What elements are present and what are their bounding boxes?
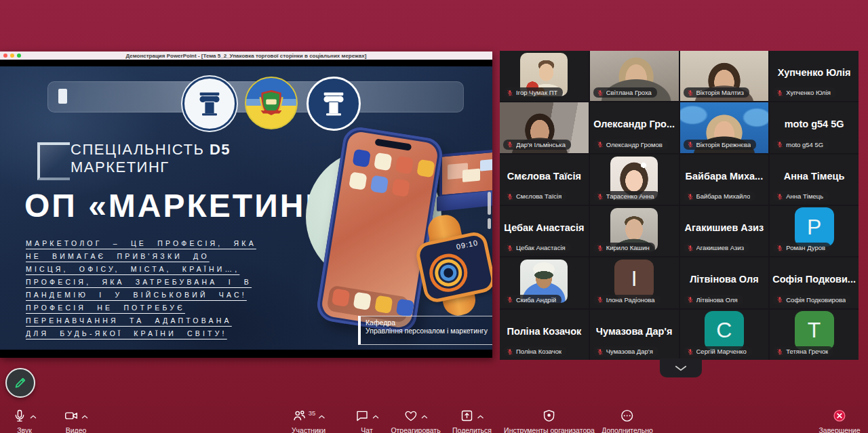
- participant-avatar: Р: [795, 207, 834, 247]
- participant-tile[interactable]: Цебак АнастасіяЦебак Анастасія: [500, 206, 589, 256]
- participant-tile[interactable]: Чумазова Дар'яЧумазова Дар'я: [590, 310, 679, 360]
- program-title: ОП «МАРКЕТИНГ»: [24, 187, 344, 224]
- participant-name: Кирило Кашин: [606, 244, 650, 251]
- participant-tile[interactable]: Байбара Миха...Байбара Михайло: [680, 154, 769, 205]
- chevron-up-icon[interactable]: [319, 415, 325, 419]
- participant-tile[interactable]: Дар'я Ільмінська: [500, 102, 589, 152]
- meeting-toolbar: ЗвукВидео35УчастникиЧатОтреагироватьПоде…: [0, 400, 868, 433]
- participant-name: Ігор Чумак ПТ: [516, 89, 557, 96]
- participant-name: Чумазова Дар'я: [606, 348, 653, 355]
- muted-mic-icon: [597, 193, 604, 200]
- participant-name: Літвінова Оля: [696, 296, 738, 304]
- participant-tile[interactable]: Світлана Гроха: [590, 51, 679, 101]
- window-titlebar: Демонстрация PowerPoint - [Тема 5_2_Упак…: [0, 51, 492, 60]
- participant-tile[interactable]: Скиба Андрій: [500, 257, 589, 308]
- toolbar-button-label: Инструменты организатора: [504, 426, 595, 433]
- participant-tile[interactable]: Поліна КозачокПоліна Козачок: [500, 310, 589, 360]
- audio-button[interactable]: Звук: [13, 409, 37, 433]
- participant-name: moto g54 5G: [786, 141, 823, 148]
- participant-tile[interactable]: Кирило Кашин: [590, 206, 679, 256]
- muted-mic-icon: [687, 193, 694, 200]
- minimize-window-icon[interactable]: [10, 54, 14, 58]
- toolbar-button-label: Поделиться: [452, 426, 492, 433]
- participants-button[interactable]: 35Участники: [292, 409, 326, 433]
- department-label: Кафедра: [366, 318, 492, 327]
- scrollbar-thumb[interactable]: [488, 192, 491, 215]
- toolbar-button-label: Чат: [355, 426, 379, 433]
- participant-name-label: Чумазова Дар'я: [593, 346, 658, 356]
- participant-tile[interactable]: Тарасенко Анна: [590, 154, 679, 205]
- react-button[interactable]: Отреагировать: [391, 409, 440, 433]
- department-box: Кафедра Управління персоналом і маркетин…: [358, 316, 492, 345]
- participant-tile[interactable]: ТТетяна Гречок: [770, 310, 859, 360]
- participant-name: Скиба Андрій: [516, 296, 556, 304]
- participant-name-label: Поліна Козачок: [503, 346, 567, 356]
- end-button[interactable]: Завершение: [818, 409, 860, 433]
- banner-chip: [58, 89, 67, 104]
- participant-tile[interactable]: Смєлова ТаїсіяСмєлова Таїсія: [500, 154, 589, 205]
- znu-white-column-logo: [182, 77, 237, 131]
- participant-tile[interactable]: Вікторія Малтиз: [680, 51, 769, 101]
- participant-tile[interactable]: Анна ТімецьАнна Тімець: [770, 154, 859, 205]
- participant-name-label: Цебак Анастасія: [503, 243, 571, 253]
- camera-icon: [64, 409, 79, 426]
- muted-mic-icon: [507, 348, 513, 355]
- participant-tile[interactable]: Агакишиев АзизАгакишиев Азиз: [680, 206, 769, 256]
- annotation-pencil-button[interactable]: [5, 368, 35, 398]
- participant-tile[interactable]: РРоман Дуров: [770, 206, 859, 256]
- share-button[interactable]: Поделиться: [452, 409, 492, 433]
- muted-mic-icon: [687, 245, 694, 251]
- toolbar-button-label: Участники: [292, 426, 326, 433]
- participant-name-label: Байбара Михайло: [684, 191, 756, 201]
- muted-mic-icon: [776, 193, 783, 200]
- participant-avatar: С: [705, 311, 744, 350]
- chevron-up-icon[interactable]: [31, 415, 37, 419]
- participant-tile[interactable]: Олександр Гро...Олександр Громов: [590, 102, 679, 152]
- participants-grid: Ігор Чумак ПТСвітлана ГрохаВікторія Малт…: [500, 51, 859, 360]
- host-tools-button[interactable]: Инструменты организатора: [504, 409, 595, 433]
- participant-name-label: moto g54 5G: [773, 140, 829, 150]
- chat-button[interactable]: Чат: [355, 409, 379, 433]
- muted-mic-icon: [687, 89, 694, 96]
- ellipsis-icon: [620, 409, 634, 426]
- chevron-up-icon[interactable]: [373, 415, 379, 419]
- slide-body-line: ПРОФЕСІЯ, ЯКА ЗАТРЕБУВАНА І В: [26, 276, 311, 289]
- participant-name: Олександр Громов: [606, 141, 663, 148]
- participant-tile[interactable]: ССергій Марченко: [680, 310, 769, 360]
- scroll-participants-down-button[interactable]: [660, 358, 702, 377]
- zoom-window-icon[interactable]: [17, 54, 21, 58]
- participant-name-label: Смєлова Таїсія: [503, 191, 567, 201]
- scrollbar-thumb[interactable]: [488, 218, 491, 229]
- video-button[interactable]: Видео: [64, 409, 88, 433]
- participant-name-label: Тарасенко Анна: [593, 191, 660, 201]
- muted-mic-icon: [776, 348, 783, 355]
- powerpoint-share-window: Демонстрация PowerPoint - [Тема 5_2_Упак…: [0, 51, 492, 358]
- chevron-up-icon[interactable]: [477, 415, 484, 419]
- participant-name: Хупченко Юлія: [786, 89, 831, 96]
- department-name: Управління персоналом і маркетингу: [366, 327, 492, 335]
- muted-mic-icon: [507, 141, 513, 148]
- more-button[interactable]: Дополнительно: [601, 409, 653, 433]
- chevron-down-icon: [675, 365, 687, 371]
- participant-tile[interactable]: Софія Подкови...Софія Подковирова: [770, 257, 859, 308]
- participant-tile[interactable]: Хупченко ЮліяХупченко Юлія: [770, 51, 859, 101]
- muted-mic-icon: [776, 89, 783, 96]
- participants-count-badge: 35: [309, 409, 316, 417]
- toolbar-button-label: Звук: [13, 426, 37, 433]
- participant-tile[interactable]: Вікторія Брежнєва: [680, 102, 769, 152]
- participant-name-label: Хупченко Юлія: [773, 87, 836, 98]
- chevron-up-icon[interactable]: [422, 415, 428, 419]
- participant-name-label: Літвінова Оля: [684, 295, 743, 305]
- participant-tile[interactable]: Літвінова ОляЛітвінова Оля: [680, 257, 769, 308]
- slide-body-line: МІСЦЯ, ОФІСУ, МІСТА, КРАЇНИ…,: [26, 263, 311, 276]
- participants-icon: [292, 409, 307, 426]
- chevron-up-icon[interactable]: [82, 415, 88, 419]
- participant-tile[interactable]: Ігор Чумак ПТ: [500, 51, 589, 101]
- participant-tile[interactable]: ІІлона Радіонова: [590, 257, 679, 308]
- participant-name-label: Дар'я Ільмінська: [503, 140, 571, 150]
- close-window-icon[interactable]: [3, 54, 7, 58]
- slide-body-line: ДЛЯ БУДЬ-ЯКОЇ КРАЇНИ СВІТУ!: [26, 327, 311, 340]
- participant-name: Байбара Михайло: [696, 192, 751, 200]
- participant-tile[interactable]: moto g54 5Gmoto g54 5G: [770, 102, 859, 152]
- muted-mic-icon: [597, 348, 604, 355]
